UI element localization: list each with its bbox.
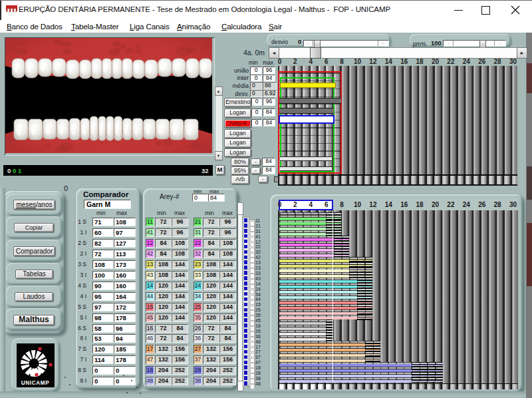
svg-text:UNICAMP: UNICAMP <box>21 380 49 386</box>
